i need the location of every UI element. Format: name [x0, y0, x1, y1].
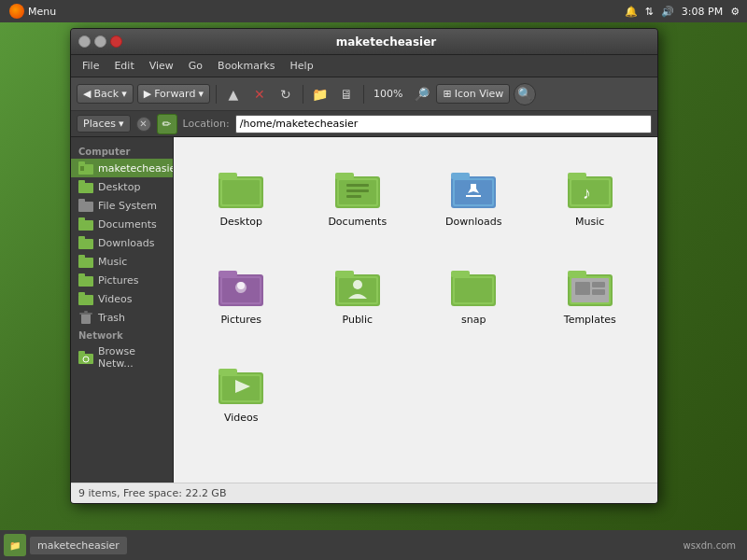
menu-label: Menu	[28, 6, 56, 18]
network-icon	[78, 351, 93, 364]
zoom-level: 100%	[370, 86, 406, 102]
sidebar-desktop-label: Desktop	[98, 181, 140, 193]
downloads-label: Downloads	[445, 216, 501, 228]
sidebar-videos-label: Videos	[98, 293, 133, 305]
close-button[interactable]	[110, 35, 122, 48]
sidebar-item-downloads[interactable]: Downloads	[71, 233, 173, 252]
taskbar-wsxdn-label: wsxdn.com	[683, 540, 736, 551]
svg-rect-33	[346, 195, 361, 198]
file-item-pictures[interactable]: Pictures	[192, 254, 290, 333]
home-folder-icon	[78, 161, 93, 175]
file-manager-window: maketecheasier File Edit View Go Bookmar…	[70, 28, 658, 504]
content-area: Computer maketecheasier Desktop	[71, 137, 657, 483]
menu-go[interactable]: Go	[181, 58, 210, 74]
location-path-input[interactable]: /home/maketecheasier	[235, 115, 652, 133]
taskbar-app-label[interactable]: maketecheasier	[30, 537, 127, 554]
network-icon[interactable]: ⇅	[645, 6, 654, 18]
taskbar-app-icon[interactable]: 📁	[4, 534, 26, 556]
stop-button[interactable]: ✕	[248, 83, 271, 105]
location-edit-button[interactable]: ✏	[157, 114, 177, 134]
sidebar-close-button[interactable]: ✕	[136, 117, 151, 132]
file-item-music[interactable]: ♪ Music	[542, 156, 640, 235]
svg-rect-17	[81, 314, 91, 324]
public-folder-icon	[333, 261, 382, 310]
sidebar-item-pictures[interactable]: Pictures	[71, 271, 173, 289]
sidebar-item-browse-network[interactable]: Browse Netw...	[71, 343, 173, 372]
svg-rect-6	[78, 199, 85, 203]
new-folder-button[interactable]: 📁	[309, 83, 331, 105]
applications-menu[interactable]: Menu	[4, 2, 62, 21]
pictures-folder-icon	[78, 273, 93, 287]
svg-rect-65	[575, 282, 590, 295]
sidebar-item-maketecheasier[interactable]: maketecheasier	[71, 159, 173, 177]
file-item-templates[interactable]: Templates	[542, 254, 640, 333]
svg-rect-69	[218, 369, 237, 375]
sidebar-browse-network-label: Browse Netw...	[98, 345, 165, 370]
svg-point-56	[353, 280, 362, 289]
trash-icon	[78, 311, 93, 324]
network-section-label: Network	[71, 327, 173, 343]
file-item-desktop[interactable]: Desktop	[192, 156, 290, 235]
svg-rect-58	[451, 271, 470, 277]
svg-rect-40	[466, 195, 481, 197]
computer-section-label: Computer	[71, 143, 173, 159]
svg-rect-13	[78, 276, 93, 287]
time-display: 3:08 PM	[682, 6, 723, 18]
svg-rect-7	[78, 220, 93, 231]
snap-label: snap	[461, 314, 486, 326]
back-arrow-icon: ◀	[83, 88, 91, 100]
sidebar-item-documents[interactable]: Documents	[71, 215, 173, 233]
search-button[interactable]: 🔍	[514, 83, 536, 105]
svg-rect-3	[78, 183, 93, 193]
sidebar-item-trash[interactable]: Trash	[71, 308, 173, 327]
menu-edit[interactable]: Edit	[106, 58, 141, 74]
documents-label: Documents	[328, 216, 387, 228]
svg-rect-16	[78, 292, 85, 296]
refresh-button[interactable]: ↻	[275, 83, 297, 105]
title-bar: maketecheasier	[71, 29, 657, 55]
file-item-downloads[interactable]: Downloads	[425, 156, 523, 235]
computer-button[interactable]: 🖥	[335, 83, 358, 105]
menu-bookmarks[interactable]: Bookmarks	[210, 58, 282, 74]
bell-icon[interactable]: 🔔	[625, 6, 638, 18]
file-item-documents[interactable]: Documents	[309, 156, 407, 235]
svg-rect-66	[592, 282, 605, 287]
menu-help[interactable]: Help	[283, 58, 321, 74]
zoom-icon[interactable]: 🔎	[410, 83, 432, 105]
sidebar-item-desktop[interactable]: Desktop	[71, 177, 173, 196]
file-item-snap[interactable]: snap	[425, 254, 523, 333]
icon-view-icon: ⊞	[443, 88, 451, 100]
file-item-videos[interactable]: Videos	[192, 352, 290, 431]
toolbar-sep-1	[216, 85, 217, 104]
maximize-button[interactable]	[94, 35, 106, 48]
top-panel: Menu 🔔 ⇅ 🔊 3:08 PM ⚙	[0, 0, 747, 22]
sidebar-item-music[interactable]: Music	[71, 252, 173, 271]
sidebar-maketecheasier-label: maketecheasier	[98, 162, 174, 175]
menu-view[interactable]: View	[142, 58, 181, 74]
music-label: Music	[575, 216, 604, 228]
desktop-folder-icon	[78, 180, 93, 193]
pictures-label: Pictures	[220, 314, 261, 326]
toolbar-sep-2	[303, 85, 303, 104]
volume-icon[interactable]: 🔊	[661, 6, 674, 18]
sidebar-item-videos[interactable]: Videos	[71, 289, 173, 308]
svg-rect-14	[78, 273, 85, 277]
sidebar-item-filesystem[interactable]: File System	[71, 196, 173, 215]
status-bar: 9 items, Free space: 22.2 GB	[71, 483, 657, 503]
file-item-public[interactable]: Public	[309, 254, 407, 333]
places-dropdown[interactable]: Places ▾	[77, 115, 131, 133]
svg-rect-8	[78, 217, 85, 221]
places-dropdown-arrow: ▾	[119, 118, 124, 130]
svg-rect-2	[80, 166, 84, 171]
minimize-button[interactable]	[78, 35, 91, 48]
up-button[interactable]: ▲	[222, 83, 245, 105]
settings-icon[interactable]: ⚙	[730, 6, 740, 18]
status-text: 9 items, Free space: 22.2 GB	[78, 487, 226, 499]
forward-button[interactable]: ▶ Forward ▾	[137, 84, 210, 104]
menu-file[interactable]: File	[75, 58, 106, 74]
back-button[interactable]: ◀ Back ▾	[77, 84, 134, 104]
downloads-folder-icon	[78, 236, 93, 249]
icon-view-button[interactable]: ⊞ Icon View	[436, 84, 510, 104]
sidebar-trash-label: Trash	[98, 312, 125, 324]
svg-rect-5	[78, 202, 93, 212]
